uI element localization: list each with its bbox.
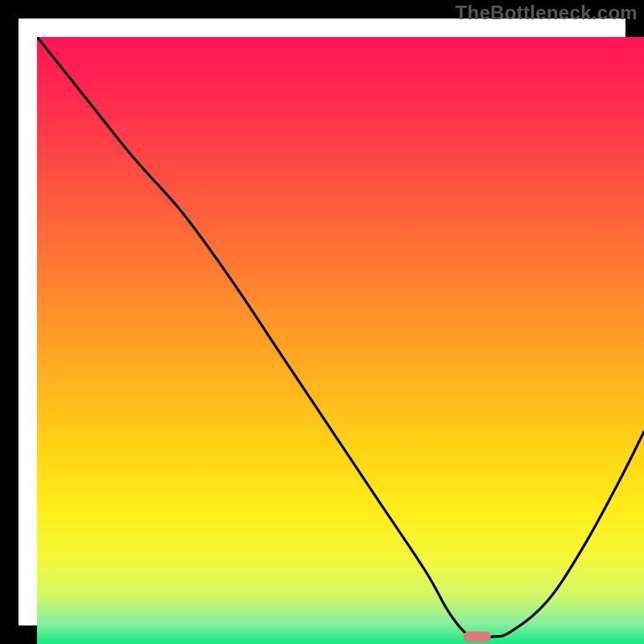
chart-plot-area — [37, 37, 644, 644]
chart-frame — [0, 0, 644, 644]
highlight-marker — [464, 631, 491, 642]
chart-background — [37, 37, 644, 644]
watermark-text: TheBottleneck.com — [456, 2, 638, 24]
chart-svg — [37, 37, 644, 644]
